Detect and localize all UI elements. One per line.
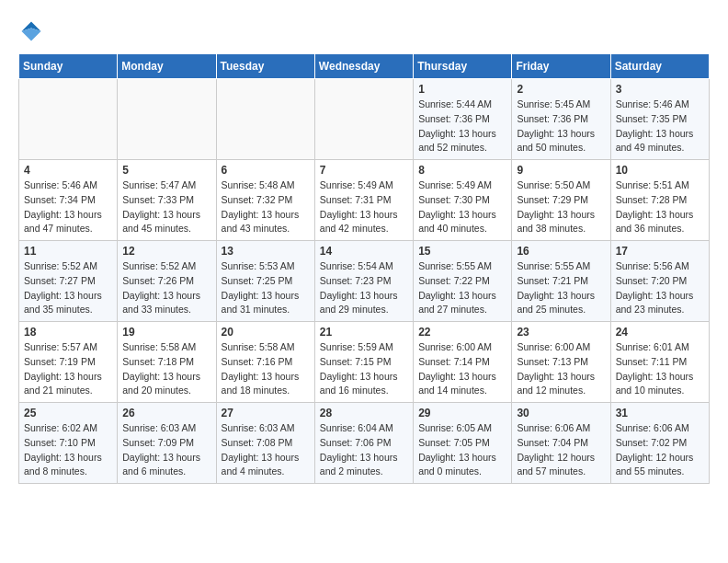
day-of-week-header: Saturday bbox=[610, 54, 709, 79]
day-info: Sunrise: 5:52 AM Sunset: 7:27 PM Dayligh… bbox=[24, 259, 112, 317]
day-of-week-header: Sunday bbox=[19, 54, 118, 79]
calendar-cell: 4Sunrise: 5:46 AM Sunset: 7:34 PM Daylig… bbox=[19, 160, 118, 241]
day-number: 1 bbox=[418, 83, 506, 96]
calendar-header: SundayMondayTuesdayWednesdayThursdayFrid… bbox=[19, 54, 710, 79]
day-info: Sunrise: 5:46 AM Sunset: 7:34 PM Dayligh… bbox=[24, 178, 112, 236]
day-number: 17 bbox=[616, 245, 704, 258]
calendar-cell: 2Sunrise: 5:45 AM Sunset: 7:36 PM Daylig… bbox=[512, 79, 610, 160]
calendar-cell bbox=[216, 79, 314, 160]
day-number: 16 bbox=[517, 245, 605, 258]
day-number: 26 bbox=[122, 407, 210, 419]
day-number: 11 bbox=[24, 245, 112, 258]
calendar-cell bbox=[314, 79, 413, 160]
calendar-cell: 21Sunrise: 5:59 AM Sunset: 7:15 PM Dayli… bbox=[314, 322, 413, 403]
day-number: 25 bbox=[24, 407, 112, 419]
day-number: 18 bbox=[24, 326, 112, 339]
day-info: Sunrise: 6:06 AM Sunset: 7:02 PM Dayligh… bbox=[616, 421, 704, 479]
logo bbox=[18, 18, 48, 44]
calendar-cell: 3Sunrise: 5:46 AM Sunset: 7:35 PM Daylig… bbox=[610, 79, 709, 160]
calendar-cell bbox=[118, 79, 216, 160]
day-number: 14 bbox=[320, 245, 408, 258]
day-info: Sunrise: 6:03 AM Sunset: 7:09 PM Dayligh… bbox=[122, 421, 210, 479]
day-number: 19 bbox=[122, 326, 210, 339]
day-number: 21 bbox=[320, 326, 408, 339]
day-number: 5 bbox=[122, 164, 210, 177]
day-number: 15 bbox=[418, 245, 506, 258]
calendar-cell: 27Sunrise: 6:03 AM Sunset: 7:08 PM Dayli… bbox=[216, 403, 314, 484]
day-number: 22 bbox=[418, 326, 506, 339]
calendar-cell: 19Sunrise: 5:58 AM Sunset: 7:18 PM Dayli… bbox=[118, 322, 216, 403]
day-of-week-header: Wednesday bbox=[314, 54, 413, 79]
day-number: 9 bbox=[517, 164, 605, 177]
calendar-cell: 15Sunrise: 5:55 AM Sunset: 7:22 PM Dayli… bbox=[414, 241, 512, 322]
day-of-week-header: Friday bbox=[512, 54, 610, 79]
calendar-cell: 17Sunrise: 5:56 AM Sunset: 7:20 PM Dayli… bbox=[610, 241, 709, 322]
calendar-table: SundayMondayTuesdayWednesdayThursdayFrid… bbox=[18, 53, 710, 484]
day-number: 7 bbox=[320, 164, 408, 177]
day-info: Sunrise: 5:58 AM Sunset: 7:18 PM Dayligh… bbox=[122, 340, 210, 398]
day-info: Sunrise: 5:56 AM Sunset: 7:20 PM Dayligh… bbox=[616, 259, 704, 317]
day-of-week-header: Monday bbox=[118, 54, 216, 79]
day-info: Sunrise: 5:50 AM Sunset: 7:29 PM Dayligh… bbox=[517, 178, 605, 236]
day-number: 29 bbox=[418, 407, 506, 419]
day-number: 28 bbox=[320, 407, 408, 419]
day-info: Sunrise: 6:04 AM Sunset: 7:06 PM Dayligh… bbox=[320, 421, 408, 479]
calendar-cell: 20Sunrise: 5:58 AM Sunset: 7:16 PM Dayli… bbox=[216, 322, 314, 403]
day-info: Sunrise: 5:46 AM Sunset: 7:35 PM Dayligh… bbox=[616, 98, 704, 155]
logo-icon bbox=[18, 18, 44, 44]
calendar-cell: 9Sunrise: 5:50 AM Sunset: 7:29 PM Daylig… bbox=[512, 160, 610, 241]
calendar-week-row: 4Sunrise: 5:46 AM Sunset: 7:34 PM Daylig… bbox=[19, 160, 710, 241]
calendar-week-row: 11Sunrise: 5:52 AM Sunset: 7:27 PM Dayli… bbox=[19, 241, 710, 322]
day-info: Sunrise: 5:55 AM Sunset: 7:22 PM Dayligh… bbox=[418, 259, 506, 317]
calendar-cell: 13Sunrise: 5:53 AM Sunset: 7:25 PM Dayli… bbox=[216, 241, 314, 322]
page-header bbox=[18, 18, 710, 44]
calendar-cell: 11Sunrise: 5:52 AM Sunset: 7:27 PM Dayli… bbox=[19, 241, 118, 322]
day-info: Sunrise: 5:57 AM Sunset: 7:19 PM Dayligh… bbox=[24, 340, 112, 398]
day-number: 3 bbox=[616, 83, 704, 96]
calendar-cell: 23Sunrise: 6:00 AM Sunset: 7:13 PM Dayli… bbox=[512, 322, 610, 403]
day-info: Sunrise: 5:59 AM Sunset: 7:15 PM Dayligh… bbox=[320, 340, 408, 398]
day-info: Sunrise: 6:00 AM Sunset: 7:14 PM Dayligh… bbox=[418, 340, 506, 398]
days-of-week-row: SundayMondayTuesdayWednesdayThursdayFrid… bbox=[19, 54, 710, 79]
calendar-week-row: 25Sunrise: 6:02 AM Sunset: 7:10 PM Dayli… bbox=[19, 403, 710, 484]
day-of-week-header: Tuesday bbox=[216, 54, 314, 79]
day-info: Sunrise: 5:44 AM Sunset: 7:36 PM Dayligh… bbox=[418, 98, 506, 155]
calendar-cell: 30Sunrise: 6:06 AM Sunset: 7:04 PM Dayli… bbox=[512, 403, 610, 484]
calendar-cell: 12Sunrise: 5:52 AM Sunset: 7:26 PM Dayli… bbox=[118, 241, 216, 322]
day-info: Sunrise: 5:54 AM Sunset: 7:23 PM Dayligh… bbox=[320, 259, 408, 317]
calendar-cell: 10Sunrise: 5:51 AM Sunset: 7:28 PM Dayli… bbox=[610, 160, 709, 241]
day-info: Sunrise: 5:45 AM Sunset: 7:36 PM Dayligh… bbox=[517, 98, 605, 155]
day-info: Sunrise: 6:03 AM Sunset: 7:08 PM Dayligh… bbox=[222, 421, 310, 479]
day-info: Sunrise: 5:53 AM Sunset: 7:25 PM Dayligh… bbox=[222, 259, 310, 317]
day-info: Sunrise: 5:52 AM Sunset: 7:26 PM Dayligh… bbox=[122, 259, 210, 317]
day-number: 8 bbox=[418, 164, 506, 177]
calendar-cell: 18Sunrise: 5:57 AM Sunset: 7:19 PM Dayli… bbox=[19, 322, 118, 403]
day-info: Sunrise: 6:01 AM Sunset: 7:11 PM Dayligh… bbox=[616, 340, 704, 398]
day-number: 24 bbox=[616, 326, 704, 339]
day-number: 12 bbox=[122, 245, 210, 258]
day-info: Sunrise: 6:06 AM Sunset: 7:04 PM Dayligh… bbox=[517, 421, 605, 479]
calendar-cell: 14Sunrise: 5:54 AM Sunset: 7:23 PM Dayli… bbox=[314, 241, 413, 322]
day-number: 2 bbox=[517, 83, 605, 96]
day-info: Sunrise: 6:05 AM Sunset: 7:05 PM Dayligh… bbox=[418, 421, 506, 479]
day-number: 30 bbox=[517, 407, 605, 419]
day-info: Sunrise: 5:47 AM Sunset: 7:33 PM Dayligh… bbox=[122, 178, 210, 236]
calendar-cell: 24Sunrise: 6:01 AM Sunset: 7:11 PM Dayli… bbox=[610, 322, 709, 403]
calendar-week-row: 1Sunrise: 5:44 AM Sunset: 7:36 PM Daylig… bbox=[19, 79, 710, 160]
day-number: 20 bbox=[222, 326, 310, 339]
calendar-cell: 8Sunrise: 5:49 AM Sunset: 7:30 PM Daylig… bbox=[414, 160, 512, 241]
day-info: Sunrise: 6:00 AM Sunset: 7:13 PM Dayligh… bbox=[517, 340, 605, 398]
day-number: 27 bbox=[222, 407, 310, 419]
calendar-cell: 25Sunrise: 6:02 AM Sunset: 7:10 PM Dayli… bbox=[19, 403, 118, 484]
day-number: 10 bbox=[616, 164, 704, 177]
calendar-cell: 16Sunrise: 5:55 AM Sunset: 7:21 PM Dayli… bbox=[512, 241, 610, 322]
day-info: Sunrise: 5:48 AM Sunset: 7:32 PM Dayligh… bbox=[222, 178, 310, 236]
day-of-week-header: Thursday bbox=[414, 54, 512, 79]
day-info: Sunrise: 5:49 AM Sunset: 7:31 PM Dayligh… bbox=[320, 178, 408, 236]
day-info: Sunrise: 5:58 AM Sunset: 7:16 PM Dayligh… bbox=[222, 340, 310, 398]
calendar-cell: 5Sunrise: 5:47 AM Sunset: 7:33 PM Daylig… bbox=[118, 160, 216, 241]
calendar-cell bbox=[19, 79, 118, 160]
day-number: 13 bbox=[222, 245, 310, 258]
calendar-body: 1Sunrise: 5:44 AM Sunset: 7:36 PM Daylig… bbox=[19, 79, 710, 484]
day-info: Sunrise: 5:55 AM Sunset: 7:21 PM Dayligh… bbox=[517, 259, 605, 317]
